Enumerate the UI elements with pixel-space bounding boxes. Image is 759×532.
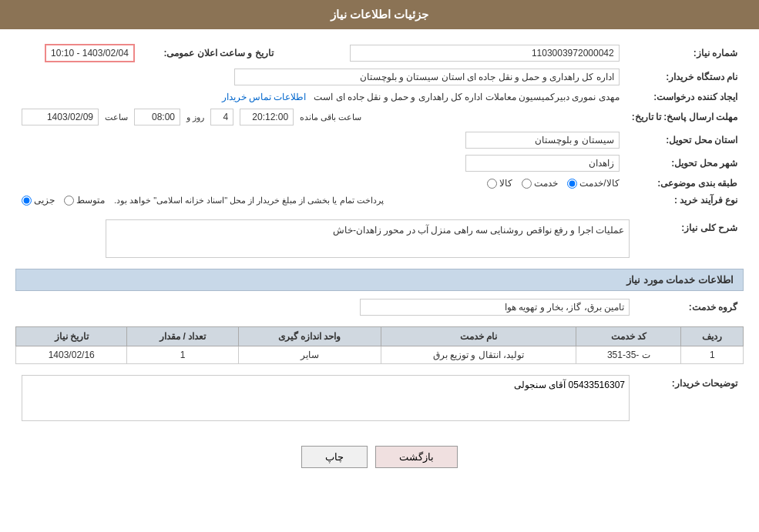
mohlat-saatbaghi-label: ساعت باقی مانده [300, 112, 361, 122]
cell-radif: 1 [681, 346, 744, 364]
sharh-label: شرح کلی نیاز: [636, 216, 744, 261]
back-button[interactable]: بازگشت [375, 446, 458, 468]
services-table: ردیف کد خدمت نام خدمت واحد اندازه گیری ت… [15, 326, 744, 364]
ettelaat-tamas-link[interactable]: اطلاعات تماس خریدار [222, 92, 307, 102]
tabaqe-kala-khadamat-label: کالا/خدمت [579, 178, 619, 189]
nooe-farayand-mutavasset-item: متوسط [64, 195, 105, 206]
tabaqe-kala-label: کالا [499, 178, 512, 189]
tabaqe-kala-item: کالا [487, 178, 512, 189]
ijad-konande-label: ایجاد کننده درخواست: [626, 89, 744, 105]
table-row: 1ت -35-351تولید، انتقال و توزیع برقسایر1… [16, 346, 744, 364]
ijad-konande-value: مهدی نموری دبیرکمیسیون معاملات اداره کل … [15, 89, 626, 105]
nooe-farayand-row: پرداخت تمام یا بخشی از مبلغ خریدار از مح… [15, 192, 626, 209]
mohlat-row: 1403/02/09 ساعت 08:00 روز و 4 20:12:00 س… [15, 105, 626, 129]
tabaqe-kala-khadamat-item: کالا/خدمت [567, 178, 619, 189]
print-button[interactable]: چاپ [301, 446, 368, 468]
mohlat-saat-label: ساعت [105, 112, 128, 122]
col-tedad: تعداد / مقدار [127, 327, 238, 346]
tozihat-label: توضیحات خریدار: [636, 372, 744, 427]
button-area: بازگشت چاپ [15, 434, 744, 480]
nooe-farayand-jozei-item: جزیی [22, 195, 55, 206]
shomara-niyaz-value: 1103003972000042 [280, 41, 626, 65]
cell-vahed: سایر [238, 346, 381, 364]
shomara-niyaz-label: شماره نیاز: [626, 41, 744, 65]
nam-dastgah-box: اداره کل راهداری و حمل و نقل جاده ای است… [234, 69, 620, 85]
cell-tedad: 1 [127, 346, 238, 364]
mohlat-date-box: 1403/02/09 [22, 109, 99, 125]
tabaqe-khadamat-label: خدمت [534, 178, 558, 189]
col-vahed: واحد اندازه گیری [238, 327, 381, 346]
ostan-box: سیستان و بلوچستان [465, 132, 620, 149]
nooe-farayand-label: نوع فرآیند خرید : [626, 192, 744, 209]
tozihat-value [15, 372, 636, 427]
nooe-farayand-mutavasset-label: متوسط [76, 195, 105, 206]
nooe-farayand-note: پرداخت تمام یا بخشی از مبلغ خریدار از مح… [114, 196, 384, 206]
ostan-label: استان محل تحویل: [626, 129, 744, 152]
shahr-box: زاهدان [465, 155, 620, 172]
services-header: اطلاعات خدمات مورد نیاز [15, 269, 744, 291]
cell-name_khadamat: تولید، انتقال و توزیع برق [381, 346, 576, 364]
sharh-box: عملیات اجرا و رفع نواقص روشنایی سه راهی … [106, 219, 630, 258]
tabaqe-label: طبقه بندی موضوعی: [626, 175, 744, 192]
sharh-value: عملیات اجرا و رفع نواقص روشنایی سه راهی … [15, 216, 636, 261]
col-name-khadamat: نام خدمت [381, 327, 576, 346]
nam-dastgah-value: اداره کل راهداری و حمل و نقل جاده ای است… [15, 65, 626, 89]
ijad-konande-text: مهدی نموری دبیرکمیسیون معاملات اداره کل … [314, 92, 619, 102]
tabaqe-khadamat-radio[interactable] [522, 179, 532, 189]
nooe-farayand-mutavasset-radio[interactable] [64, 196, 74, 206]
mohlat-roz-label: روز و [186, 112, 204, 122]
mohlat-roz-box: 4 [210, 109, 233, 125]
shahr-label: شهر محل تحویل: [626, 152, 744, 175]
cell-tarikh_niyaz: 1403/02/16 [16, 346, 127, 364]
shomara-niyaz-box: 1103003972000042 [350, 45, 620, 62]
ostan-value: سیستان و بلوچستان [15, 129, 626, 152]
cell-code_khadamat: ت -35-351 [576, 346, 681, 364]
nooe-farayand-jozei-radio[interactable] [22, 196, 32, 206]
tarikh-saat-label: تاریخ و ساعت اعلان عمومی: [141, 41, 280, 65]
mohlat-saat-box: 08:00 [134, 109, 180, 125]
goroh-khadamat-label: گروه خدمت: [636, 296, 744, 319]
tabaqe-kala-khadamat-radio[interactable] [567, 179, 577, 189]
shahr-value: زاهدان [15, 152, 626, 175]
tabaqe-kala-radio[interactable] [487, 179, 497, 189]
nooe-farayand-jozei-label: جزیی [34, 195, 55, 206]
goroh-khadamat-value: تامین برق، گاز، بخار و تهویه هوا [15, 296, 636, 319]
tabaqe-row: کالا خدمت کالا/خدمت [15, 175, 626, 192]
goroh-khadamat-box: تامین برق، گاز، بخار و تهویه هوا [360, 299, 630, 316]
mohlat-saatbaghi-box: 20:12:00 [240, 109, 294, 125]
tozihat-box[interactable] [22, 375, 630, 421]
nam-dastgah-label: نام دستگاه خریدار: [626, 65, 744, 89]
col-tarikh-niyaz: تاریخ نیاز [16, 327, 127, 346]
mohlat-label: مهلت ارسال پاسخ: تا تاریخ: [626, 105, 744, 129]
page-title: جزئیات اطلاعات نیاز [331, 8, 428, 21]
page-header: جزئیات اطلاعات نیاز [0, 0, 759, 29]
tarikh-saat-box: 1403/02/04 - 10:10 [45, 44, 135, 62]
tabaqe-khadamat-item: خدمت [522, 178, 558, 189]
col-radif: ردیف [681, 327, 744, 346]
tarikh-saat-value: 1403/02/04 - 10:10 [15, 41, 141, 65]
col-code-khadamat: کد خدمت [576, 327, 681, 346]
